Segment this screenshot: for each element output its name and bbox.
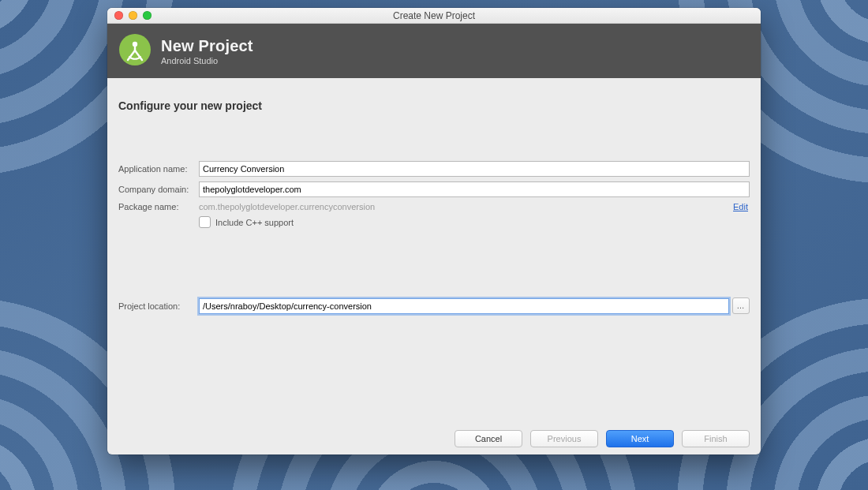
next-button[interactable]: Next <box>606 430 674 447</box>
wizard-body: Configure your new project Application n… <box>107 78 761 424</box>
window-title: Create New Project <box>107 10 761 21</box>
package-name-value: com.thepolyglotdeveloper.currencyconvers… <box>199 202 733 211</box>
new-project-window: Create New Project New Project Android S… <box>107 8 761 454</box>
browse-location-button[interactable]: … <box>732 297 750 314</box>
company-domain-input[interactable] <box>199 181 750 197</box>
include-cpp-checkbox[interactable] <box>199 216 211 228</box>
edit-package-link[interactable]: Edit <box>733 202 748 211</box>
company-domain-label: Company domain: <box>118 185 199 194</box>
cancel-button[interactable]: Cancel <box>455 430 522 447</box>
wizard-title: New Project <box>161 37 253 55</box>
finish-button[interactable]: Finish <box>682 430 750 447</box>
android-studio-icon <box>118 33 152 69</box>
wizard-footer: Cancel Previous Next Finish <box>107 423 761 454</box>
app-name-label: Application name: <box>118 164 199 174</box>
wizard-subtitle: Android Studio <box>161 56 253 65</box>
app-name-input[interactable] <box>199 161 750 177</box>
titlebar: Create New Project <box>107 8 761 24</box>
package-name-label: Package name: <box>118 202 199 211</box>
section-title: Configure your new project <box>118 99 750 112</box>
project-location-input[interactable] <box>199 298 729 314</box>
project-location-label: Project location: <box>118 301 199 311</box>
wizard-header: New Project Android Studio <box>107 24 761 78</box>
include-cpp-label: Include C++ support <box>215 218 294 227</box>
ellipsis-icon: … <box>737 301 746 310</box>
previous-button[interactable]: Previous <box>530 430 598 447</box>
